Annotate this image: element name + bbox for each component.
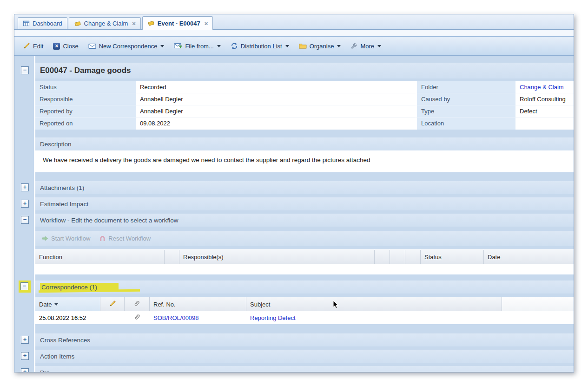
- tab-dashboard[interactable]: Dashboard: [18, 17, 67, 29]
- action-items-section-header[interactable]: Action Items: [35, 350, 574, 363]
- column-header-responsibles[interactable]: Responsible(s): [179, 250, 375, 264]
- folder-icon: [299, 43, 307, 49]
- property-row: Status Recorded Folder Change & Claim: [35, 81, 574, 93]
- column-header-refno[interactable]: Ref. No.: [150, 297, 246, 311]
- toolbar-more-button[interactable]: More: [347, 40, 385, 52]
- partial-section-header[interactable]: Pro: [35, 366, 574, 372]
- subject-link[interactable]: Reporting Defect: [250, 314, 296, 321]
- attachments-section-header[interactable]: Attachments (1): [35, 181, 574, 194]
- field-label-reported-on: Reported on: [35, 117, 136, 130]
- expand-toggle-icon[interactable]: +: [21, 352, 29, 360]
- chevron-down-icon: [377, 45, 381, 47]
- app-window: Dashboard Change & Claim × Event - E0004…: [14, 14, 574, 372]
- correspondence-row[interactable]: 25.08.2022 16:52 SOB/ROL/00098 Reporting…: [35, 311, 574, 324]
- close-x-icon: ×: [53, 43, 60, 50]
- workflow-section-header[interactable]: Workflow - Edit the document to select a…: [35, 214, 574, 227]
- workflow-table-header: Function Responsible(s) Status Date: [35, 249, 574, 264]
- event-detail-page: − E00047 - Damage goods Status Recorded …: [14, 56, 574, 372]
- section-title: Correspondence (1): [40, 283, 119, 292]
- column-header-empty: [165, 250, 179, 264]
- start-workflow-icon: [42, 235, 48, 241]
- property-row: Responsible Annabell Degler Caused by Ro…: [35, 93, 574, 105]
- collapse-toggle-icon[interactable]: −: [21, 66, 29, 74]
- column-header-empty: [405, 250, 421, 264]
- column-header-function[interactable]: Function: [35, 250, 165, 264]
- field-value-location: [515, 117, 574, 130]
- close-tab-icon[interactable]: ×: [132, 20, 136, 27]
- field-label-status: Status: [35, 81, 136, 93]
- collapse-toggle-icon[interactable]: −: [21, 216, 29, 224]
- correspondence-table-header: Date Ref. No. Subject: [35, 297, 574, 311]
- column-header-empty: [390, 250, 405, 264]
- page-title: E00047 - Damage goods: [40, 66, 131, 75]
- workflow-empty-row: [35, 264, 574, 274]
- correspondence-edit-cell: [100, 311, 125, 324]
- description-text: We have received a delivery the goods ar…: [35, 150, 574, 172]
- close-tab-icon[interactable]: ×: [205, 20, 208, 27]
- field-value-reported-on: 09.08.2022: [136, 117, 416, 130]
- expand-toggle-icon[interactable]: +: [21, 183, 29, 191]
- toolbar-close-button[interactable]: × Close: [49, 40, 82, 52]
- description-header: Description: [35, 137, 574, 150]
- refno-link[interactable]: SOB/ROL/00098: [153, 314, 199, 321]
- field-label-folder: Folder: [416, 81, 515, 93]
- reset-workflow-button[interactable]: Reset Workflow: [99, 235, 151, 242]
- correspondence-empty-cell: [502, 311, 574, 324]
- folder-link[interactable]: Change & Claim: [520, 84, 564, 91]
- correspondence-attachment-cell: [125, 311, 150, 324]
- tab-bar: Dashboard Change & Claim × Event - E0004…: [14, 14, 574, 30]
- cross-references-section-header[interactable]: Cross References: [35, 333, 574, 346]
- field-value-folder: Change & Claim: [515, 81, 574, 93]
- yellow-tag-icon: [147, 20, 155, 27]
- toolbar-file-from-button[interactable]: File from...: [170, 40, 224, 52]
- column-header-date[interactable]: Date: [35, 297, 100, 311]
- toolbar-organise-button[interactable]: Organise: [295, 40, 345, 52]
- tab-label: Dashboard: [33, 20, 62, 27]
- pencil-icon: [23, 42, 30, 50]
- field-label-caused-by: Caused by: [416, 93, 515, 105]
- paperclip-icon: [134, 313, 141, 322]
- column-header-edit[interactable]: [100, 297, 125, 311]
- distribution-arrows-icon: [231, 42, 238, 50]
- toolbar-distribution-list-button[interactable]: Distribution List: [227, 40, 293, 52]
- property-row: Reported on 09.08.2022 Location: [35, 117, 574, 130]
- reset-workflow-icon: [99, 235, 106, 241]
- column-header-subject[interactable]: Subject: [246, 297, 502, 311]
- wrench-icon: [350, 43, 357, 50]
- event-title-header: E00047 - Damage goods: [35, 63, 574, 78]
- field-label-responsible: Responsible: [35, 93, 136, 105]
- correspondence-subject-cell: Reporting Defect: [246, 311, 502, 324]
- expand-toggle-icon[interactable]: +: [21, 336, 29, 344]
- expand-toggle-icon[interactable]: +: [21, 200, 29, 208]
- correspondence-section-header[interactable]: Correspondence (1): [35, 281, 574, 294]
- column-header-empty: [502, 297, 574, 311]
- field-value-caused-by: Roloff Consulting: [515, 93, 574, 105]
- chevron-down-icon: [337, 45, 341, 47]
- tab-event-e00047[interactable]: Event - E00047 ×: [142, 16, 213, 30]
- collapse-toggle-icon[interactable]: −: [20, 282, 28, 290]
- dashboard-grid-icon: [23, 20, 30, 27]
- field-value-responsible: Annabell Degler: [136, 93, 416, 105]
- toolbar-edit-button[interactable]: Edit: [19, 40, 47, 52]
- tab-label: Event - E00047: [158, 20, 200, 27]
- yellow-tag-icon: [74, 20, 81, 27]
- start-workflow-button[interactable]: Start Workflow: [42, 235, 90, 242]
- column-header-status[interactable]: Status: [421, 250, 484, 264]
- toolbar-new-correspondence-button[interactable]: New Correspondence: [85, 40, 168, 52]
- envelope-arrow-icon: [174, 43, 182, 49]
- field-label-reported-by: Reported by: [35, 105, 136, 117]
- workflow-toolbar: Start Workflow Reset Workflow: [35, 231, 574, 246]
- estimated-impact-section-header[interactable]: Estimated Impact: [35, 197, 574, 210]
- sort-desc-icon: [54, 303, 58, 306]
- column-header-date[interactable]: Date: [484, 250, 574, 264]
- tab-change-and-claim[interactable]: Change & Claim ×: [69, 17, 141, 29]
- field-label-location: Location: [416, 117, 515, 130]
- column-header-attachment[interactable]: [125, 297, 150, 311]
- field-value-status: Recorded: [136, 81, 416, 93]
- field-value-type: Defect: [515, 105, 574, 117]
- tab-label: Change & Claim: [84, 20, 128, 27]
- expand-toggle-icon[interactable]: +: [21, 368, 29, 372]
- chevron-down-icon: [160, 45, 164, 47]
- envelope-icon: [88, 43, 96, 49]
- field-value-reported-by: Annabell Degler: [136, 105, 416, 117]
